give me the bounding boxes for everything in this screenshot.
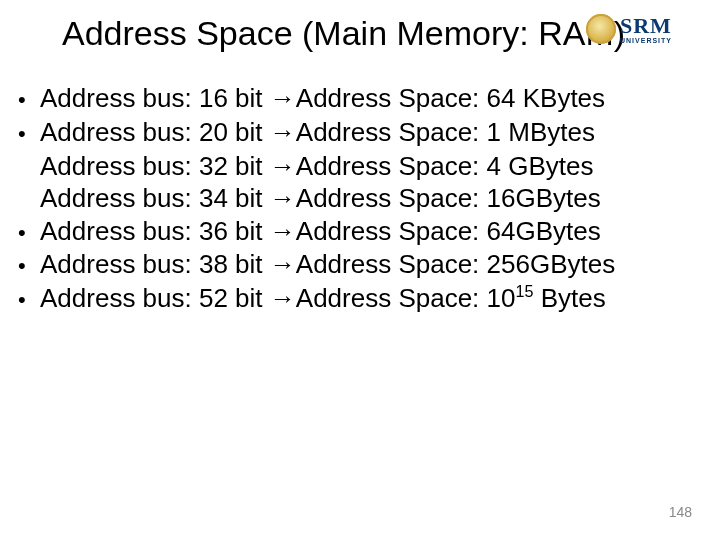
line-text: Address bus: 52 bit →Address Space: 1015… [40, 282, 606, 315]
line-text: Address bus: 16 bit →Address Space: 64 K… [40, 82, 605, 115]
body-text: • Address bus: 16 bit →Address Space: 64… [18, 82, 680, 316]
line-text: Address bus: 32 bit →Address Space: 4 GB… [40, 150, 594, 183]
srm-logo: SRM UNIVERSITY [586, 8, 706, 50]
line-text-sup: 15 [516, 283, 534, 301]
list-item: • Address bus: 38 bit →Address Space: 25… [18, 248, 680, 282]
bullet-icon: • [18, 85, 40, 116]
list-item: • Address bus: 36 bit →Address Space: 64… [18, 215, 680, 249]
line-text: Address bus: 38 bit →Address Space: 256G… [40, 248, 615, 281]
logo-text: SRM UNIVERSITY [620, 15, 672, 44]
line-text: Address bus: 36 bit →Address Space: 64GB… [40, 215, 601, 248]
list-item: • Address bus: 20 bit →Address Space: 1 … [18, 116, 680, 150]
list-item: • Address bus: 16 bit →Address Space: 64… [18, 82, 680, 116]
logo-brand: SRM [620, 15, 672, 37]
line-text: Address bus: 34 bit →Address Space: 16GB… [40, 182, 601, 215]
bullet-icon: • [18, 218, 40, 249]
list-item: • Address bus: 52 bit →Address Space: 10… [18, 282, 680, 316]
list-item: Address bus: 34 bit →Address Space: 16GB… [18, 182, 680, 215]
line-text-main: Address bus: 52 bit →Address Space: 10 [40, 283, 516, 313]
bullet-icon: • [18, 251, 40, 282]
slide: Address Space (Main Memory: RAM) SRM UNI… [0, 0, 720, 540]
list-item: Address bus: 32 bit →Address Space: 4 GB… [18, 150, 680, 183]
line-text-tail: Bytes [533, 283, 605, 313]
logo-sub: UNIVERSITY [620, 37, 672, 44]
logo-seal-icon [586, 14, 616, 44]
page-number: 148 [669, 504, 692, 520]
line-text: Address bus: 20 bit →Address Space: 1 MB… [40, 116, 595, 149]
bullet-icon: • [18, 285, 40, 316]
bullet-icon: • [18, 119, 40, 150]
